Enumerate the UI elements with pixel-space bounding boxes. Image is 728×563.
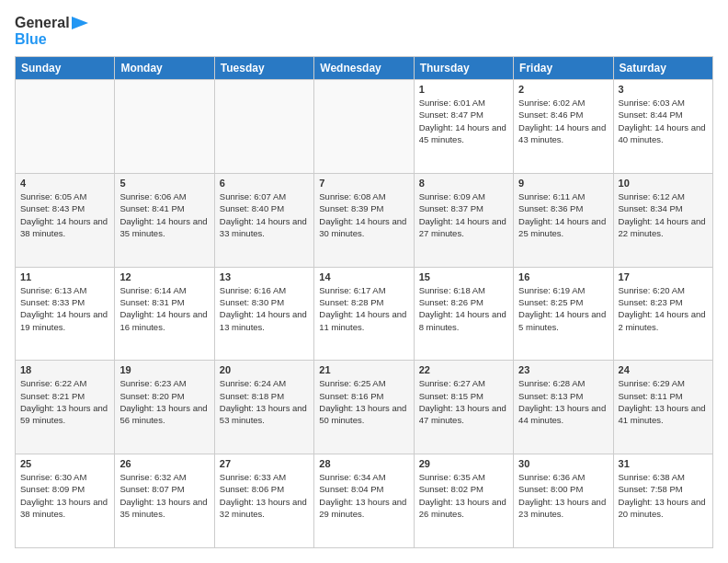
calendar-week-row: 11Sunrise: 6:13 AM Sunset: 8:33 PM Dayli… <box>16 267 713 361</box>
calendar-cell: 29Sunrise: 6:35 AM Sunset: 8:02 PM Dayli… <box>414 454 513 548</box>
calendar-cell: 11Sunrise: 6:13 AM Sunset: 8:33 PM Dayli… <box>16 267 115 361</box>
day-info: Sunrise: 6:38 AM Sunset: 7:58 PM Dayligh… <box>619 471 708 520</box>
day-number: 22 <box>419 364 508 375</box>
day-number: 21 <box>319 364 408 375</box>
logo: General Blue <box>15 15 88 47</box>
day-info: Sunrise: 6:08 AM Sunset: 8:39 PM Dayligh… <box>319 190 408 239</box>
day-info: Sunrise: 6:23 AM Sunset: 8:20 PM Dayligh… <box>119 377 209 426</box>
day-info: Sunrise: 6:32 AM Sunset: 8:07 PM Dayligh… <box>119 471 209 520</box>
day-number: 27 <box>220 458 309 469</box>
calendar-cell: 13Sunrise: 6:16 AM Sunset: 8:30 PM Dayli… <box>214 267 313 361</box>
calendar-cell: 22Sunrise: 6:27 AM Sunset: 8:15 PM Dayli… <box>414 361 513 454</box>
header: General Blue <box>15 15 713 47</box>
day-number: 14 <box>319 271 408 282</box>
day-info: Sunrise: 6:01 AM Sunset: 8:47 PM Dayligh… <box>419 97 508 145</box>
calendar-week-row: 25Sunrise: 6:30 AM Sunset: 8:09 PM Dayli… <box>16 454 713 548</box>
day-number: 13 <box>220 271 309 282</box>
calendar-cell: 31Sunrise: 6:38 AM Sunset: 7:58 PM Dayli… <box>613 454 712 548</box>
calendar-cell: 27Sunrise: 6:33 AM Sunset: 8:06 PM Dayli… <box>214 454 313 548</box>
calendar-cell: 1Sunrise: 6:01 AM Sunset: 8:47 PM Daylig… <box>414 80 513 174</box>
day-info: Sunrise: 6:36 AM Sunset: 8:00 PM Dayligh… <box>518 471 608 520</box>
day-info: Sunrise: 6:25 AM Sunset: 8:16 PM Dayligh… <box>319 377 408 426</box>
calendar-cell: 26Sunrise: 6:32 AM Sunset: 8:07 PM Dayli… <box>115 454 214 548</box>
svg-marker-0 <box>72 17 88 29</box>
day-number: 11 <box>20 271 109 282</box>
calendar-week-row: 18Sunrise: 6:22 AM Sunset: 8:21 PM Dayli… <box>16 361 713 454</box>
day-info: Sunrise: 6:34 AM Sunset: 8:04 PM Dayligh… <box>319 471 408 520</box>
day-info: Sunrise: 6:24 AM Sunset: 8:18 PM Dayligh… <box>220 377 309 426</box>
day-number: 17 <box>619 271 708 282</box>
day-info: Sunrise: 6:06 AM Sunset: 8:41 PM Dayligh… <box>119 190 209 239</box>
calendar-cell: 8Sunrise: 6:09 AM Sunset: 8:37 PM Daylig… <box>414 173 513 267</box>
day-number: 28 <box>319 458 408 469</box>
calendar-cell: 16Sunrise: 6:19 AM Sunset: 8:25 PM Dayli… <box>514 267 613 361</box>
day-number: 5 <box>119 178 209 189</box>
calendar-cell <box>214 80 313 174</box>
day-number: 3 <box>619 84 708 95</box>
day-number: 8 <box>419 178 508 189</box>
calendar-cell <box>314 80 414 174</box>
calendar-cell: 28Sunrise: 6:34 AM Sunset: 8:04 PM Dayli… <box>314 454 414 548</box>
calendar-cell: 2Sunrise: 6:02 AM Sunset: 8:46 PM Daylig… <box>514 80 613 174</box>
calendar-cell: 24Sunrise: 6:29 AM Sunset: 8:11 PM Dayli… <box>613 361 712 454</box>
day-info: Sunrise: 6:18 AM Sunset: 8:26 PM Dayligh… <box>419 284 508 333</box>
calendar-cell: 9Sunrise: 6:11 AM Sunset: 8:36 PM Daylig… <box>514 173 613 267</box>
calendar-cell: 15Sunrise: 6:18 AM Sunset: 8:26 PM Dayli… <box>414 267 513 361</box>
col-monday: Monday <box>115 57 214 80</box>
calendar-cell: 7Sunrise: 6:08 AM Sunset: 8:39 PM Daylig… <box>314 173 414 267</box>
day-number: 18 <box>20 364 109 375</box>
page: General Blue Sunday Monday Tuesday Wedne… <box>0 0 728 563</box>
day-number: 24 <box>619 364 708 375</box>
day-info: Sunrise: 6:13 AM Sunset: 8:33 PM Dayligh… <box>20 284 109 333</box>
day-number: 6 <box>220 178 309 189</box>
calendar-cell: 3Sunrise: 6:03 AM Sunset: 8:44 PM Daylig… <box>613 80 712 174</box>
col-friday: Friday <box>514 57 613 80</box>
day-info: Sunrise: 6:02 AM Sunset: 8:46 PM Dayligh… <box>518 97 608 145</box>
day-info: Sunrise: 6:11 AM Sunset: 8:36 PM Dayligh… <box>518 190 608 239</box>
day-number: 31 <box>619 458 708 469</box>
calendar-cell: 20Sunrise: 6:24 AM Sunset: 8:18 PM Dayli… <box>214 361 313 454</box>
day-info: Sunrise: 6:29 AM Sunset: 8:11 PM Dayligh… <box>619 377 708 426</box>
calendar-week-row: 4Sunrise: 6:05 AM Sunset: 8:43 PM Daylig… <box>16 173 713 267</box>
calendar-cell: 5Sunrise: 6:06 AM Sunset: 8:41 PM Daylig… <box>115 173 214 267</box>
day-info: Sunrise: 6:27 AM Sunset: 8:15 PM Dayligh… <box>419 377 508 426</box>
day-number: 2 <box>518 84 608 95</box>
calendar-cell: 25Sunrise: 6:30 AM Sunset: 8:09 PM Dayli… <box>16 454 115 548</box>
day-number: 7 <box>319 178 408 189</box>
col-tuesday: Tuesday <box>214 57 313 80</box>
calendar-header-row: Sunday Monday Tuesday Wednesday Thursday… <box>16 57 713 80</box>
day-info: Sunrise: 6:19 AM Sunset: 8:25 PM Dayligh… <box>518 284 608 333</box>
calendar-cell: 4Sunrise: 6:05 AM Sunset: 8:43 PM Daylig… <box>16 173 115 267</box>
day-number: 20 <box>220 364 309 375</box>
day-number: 9 <box>518 178 608 189</box>
calendar-cell: 12Sunrise: 6:14 AM Sunset: 8:31 PM Dayli… <box>115 267 214 361</box>
day-info: Sunrise: 6:03 AM Sunset: 8:44 PM Dayligh… <box>619 97 708 145</box>
day-info: Sunrise: 6:12 AM Sunset: 8:34 PM Dayligh… <box>619 190 708 239</box>
calendar-cell: 23Sunrise: 6:28 AM Sunset: 8:13 PM Dayli… <box>514 361 613 454</box>
col-wednesday: Wednesday <box>314 57 414 80</box>
calendar-cell: 18Sunrise: 6:22 AM Sunset: 8:21 PM Dayli… <box>16 361 115 454</box>
col-saturday: Saturday <box>613 57 712 80</box>
calendar-cell: 14Sunrise: 6:17 AM Sunset: 8:28 PM Dayli… <box>314 267 414 361</box>
day-info: Sunrise: 6:05 AM Sunset: 8:43 PM Dayligh… <box>20 190 109 239</box>
day-info: Sunrise: 6:33 AM Sunset: 8:06 PM Dayligh… <box>220 471 309 520</box>
day-info: Sunrise: 6:14 AM Sunset: 8:31 PM Dayligh… <box>119 284 209 333</box>
day-info: Sunrise: 6:07 AM Sunset: 8:40 PM Dayligh… <box>220 190 309 239</box>
day-info: Sunrise: 6:22 AM Sunset: 8:21 PM Dayligh… <box>20 377 109 426</box>
calendar-cell: 17Sunrise: 6:20 AM Sunset: 8:23 PM Dayli… <box>613 267 712 361</box>
day-number: 15 <box>419 271 508 282</box>
calendar-cell: 6Sunrise: 6:07 AM Sunset: 8:40 PM Daylig… <box>214 173 313 267</box>
day-info: Sunrise: 6:20 AM Sunset: 8:23 PM Dayligh… <box>619 284 708 333</box>
day-info: Sunrise: 6:35 AM Sunset: 8:02 PM Dayligh… <box>419 471 508 520</box>
col-thursday: Thursday <box>414 57 513 80</box>
logo-arrow <box>72 17 88 29</box>
day-info: Sunrise: 6:28 AM Sunset: 8:13 PM Dayligh… <box>518 377 608 426</box>
day-info: Sunrise: 6:17 AM Sunset: 8:28 PM Dayligh… <box>319 284 408 333</box>
calendar-cell <box>16 80 115 174</box>
calendar-week-row: 1Sunrise: 6:01 AM Sunset: 8:47 PM Daylig… <box>16 80 713 174</box>
day-number: 16 <box>518 271 608 282</box>
day-number: 23 <box>518 364 608 375</box>
calendar-cell: 10Sunrise: 6:12 AM Sunset: 8:34 PM Dayli… <box>613 173 712 267</box>
day-number: 12 <box>119 271 209 282</box>
day-number: 19 <box>119 364 209 375</box>
